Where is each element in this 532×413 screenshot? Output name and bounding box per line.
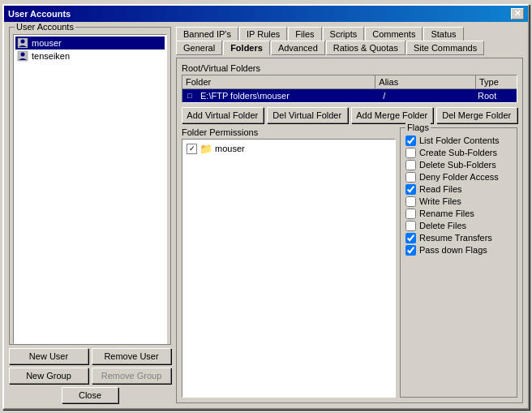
right-panel: Banned IP's IP Rules Files Scripts Comme…	[176, 27, 523, 403]
col-header-folder: Folder	[182, 75, 375, 88]
bottom-section: Folder Permissions ✓ 📁 mouser Flags	[182, 127, 517, 398]
add-merge-folder-button[interactable]: Add Merge Folder	[351, 107, 433, 123]
title-bar: User Accounts ✕	[4, 6, 528, 22]
svg-point-1	[21, 39, 25, 43]
flag-label-resume-transfers: Resume Transfers	[419, 233, 492, 243]
permissions-label: Folder Permissions	[182, 127, 396, 137]
user-icon-mouser	[17, 37, 28, 49]
flag-label-pass-down: Pass down Flags	[419, 245, 487, 255]
row-alias: /	[380, 90, 474, 101]
flag-label-rename-files: Rename Files	[419, 209, 474, 218]
flag-label-read-files: Read Files	[419, 184, 462, 194]
del-virtual-folder-button[interactable]: Del Virtual Folder	[267, 107, 349, 123]
col-header-alias: Alias	[375, 75, 476, 88]
root-virtual-section: Root/Virtual Folders Folder Alias Type □…	[182, 63, 517, 103]
folder-table[interactable]: Folder Alias Type □ E:\FTP folders\mouse…	[182, 75, 517, 103]
flag-list: List Folder Contents Create Sub-Folders …	[405, 135, 512, 256]
flag-pass-down-flags: Pass down Flags	[405, 244, 512, 256]
flag-delete-subfolders: Delete Sub-Folders	[405, 159, 512, 171]
user-name-mouser: mouser	[32, 38, 62, 48]
new-user-button[interactable]: New User	[9, 348, 88, 364]
flag-checkbox-list-folder[interactable]	[405, 136, 416, 146]
tab-ratios-quotas[interactable]: Ratios & Quotas	[326, 41, 405, 55]
tab-content: Root/Virtual Folders Folder Alias Type □…	[176, 58, 523, 403]
folder-icon-mouser: 📁	[200, 143, 212, 155]
tab-advanced[interactable]: Advanced	[271, 41, 325, 55]
flag-checkbox-create-sub[interactable]	[405, 148, 416, 158]
flag-checkbox-delete-files[interactable]	[405, 221, 416, 231]
flag-read-files: Read Files	[405, 183, 512, 196]
flag-checkbox-write-files[interactable]	[405, 196, 416, 207]
tab-bar: Banned IP's IP Rules Files Scripts Comme…	[176, 27, 523, 54]
folder-permissions: Folder Permissions ✓ 📁 mouser	[182, 127, 396, 398]
tab-status[interactable]: Status	[423, 27, 463, 41]
del-merge-folder-button[interactable]: Del Merge Folder	[436, 107, 518, 123]
user-list[interactable]: mouser tenseiken	[13, 34, 167, 344]
user-accounts-group: User Accounts mouser	[9, 27, 171, 345]
flag-label-delete-files: Delete Files	[419, 221, 466, 230]
user-icon-tenseiken	[17, 50, 28, 62]
new-group-button[interactable]: New Group	[9, 368, 88, 384]
tab-row-1: Banned IP's IP Rules Files Scripts Comme…	[176, 27, 523, 41]
tab-banned-ips[interactable]: Banned IP's	[176, 27, 238, 41]
user-name-tenseiken: tenseiken	[32, 51, 70, 61]
flag-label-deny-folder: Deny Folder Access	[419, 172, 499, 182]
flag-delete-files: Delete Files	[405, 220, 512, 232]
flag-checkbox-resume-transfers[interactable]	[405, 233, 416, 243]
tab-folders[interactable]: Folders	[223, 41, 270, 55]
flag-list-folder-contents: List Folder Contents	[405, 135, 512, 147]
tab-comments[interactable]: Comments	[365, 27, 423, 41]
tab-ip-rules[interactable]: IP Rules	[239, 27, 287, 41]
remove-user-button[interactable]: Remove User	[92, 348, 171, 364]
remove-group-button[interactable]: Remove Group	[92, 368, 171, 384]
table-header: Folder Alias Type	[182, 75, 517, 89]
perm-check-mouser[interactable]: ✓	[187, 144, 197, 154]
flag-checkbox-read-files[interactable]	[405, 184, 416, 195]
col-header-type: Type	[476, 75, 517, 88]
tab-row-2: General Folders Advanced Ratios & Quotas…	[176, 41, 523, 54]
window-title: User Accounts	[8, 9, 71, 19]
left-buttons: New User Remove User New Group Remove Gr…	[9, 348, 171, 403]
close-button[interactable]: Close	[62, 387, 118, 403]
table-row[interactable]: □ E:\FTP folders\mouser / Root	[182, 89, 517, 102]
window-body: User Accounts mouser	[4, 22, 528, 408]
close-btn-row: Close	[9, 387, 171, 403]
left-panel: User Accounts mouser	[9, 27, 171, 403]
tab-general[interactable]: General	[176, 41, 222, 55]
user-accounts-window: User Accounts ✕ User Accounts mouser	[2, 4, 530, 410]
close-icon[interactable]: ✕	[511, 8, 524, 19]
flag-label-list-folder: List Folder Contents	[419, 136, 499, 145]
user-item-tenseiken[interactable]: tenseiken	[15, 49, 165, 62]
user-item-mouser[interactable]: mouser	[15, 37, 165, 49]
flag-label-delete-sub: Delete Sub-Folders	[419, 160, 496, 170]
flag-create-subfolders: Create Sub-Folders	[405, 147, 512, 159]
flag-checkbox-delete-sub[interactable]	[405, 160, 416, 170]
perm-name-mouser: mouser	[215, 144, 245, 153]
virtual-folder-buttons: Add Virtual Folder Del Virtual Folder Ad…	[182, 107, 517, 123]
flag-write-files: Write Files	[405, 196, 512, 208]
flag-checkbox-deny-folder[interactable]	[405, 172, 416, 183]
row-type: Root	[474, 90, 515, 101]
flag-checkbox-rename-files[interactable]	[405, 209, 416, 219]
permissions-tree[interactable]: ✓ 📁 mouser	[182, 139, 396, 398]
flag-checkbox-pass-down[interactable]	[405, 245, 416, 256]
group-btn-row: New Group Remove Group	[9, 368, 171, 384]
tab-site-commands[interactable]: Site Commands	[406, 41, 484, 55]
flag-resume-transfers: Resume Transfers	[405, 232, 512, 244]
flag-rename-files: Rename Files	[405, 208, 512, 220]
flag-label-write-files: Write Files	[419, 196, 461, 206]
tab-files[interactable]: Files	[288, 27, 321, 41]
flags-section: Flags List Folder Contents Create Sub-Fo…	[400, 127, 517, 398]
row-folder-path: E:\FTP folders\mouser	[197, 90, 380, 101]
tab-scripts[interactable]: Scripts	[323, 27, 365, 41]
user-btn-row: New User Remove User	[9, 348, 171, 364]
add-virtual-folder-button[interactable]: Add Virtual Folder	[182, 107, 264, 123]
flag-deny-folder-access: Deny Folder Access	[405, 171, 512, 183]
flag-label-create-sub: Create Sub-Folders	[419, 148, 497, 157]
svg-point-3	[21, 52, 25, 56]
root-virtual-label: Root/Virtual Folders	[182, 63, 517, 73]
group-label: User Accounts	[15, 22, 75, 32]
flags-title: Flags	[405, 123, 431, 132]
perm-item-mouser[interactable]: ✓ 📁 mouser	[185, 142, 393, 156]
row-icon-cell: □	[184, 91, 197, 101]
